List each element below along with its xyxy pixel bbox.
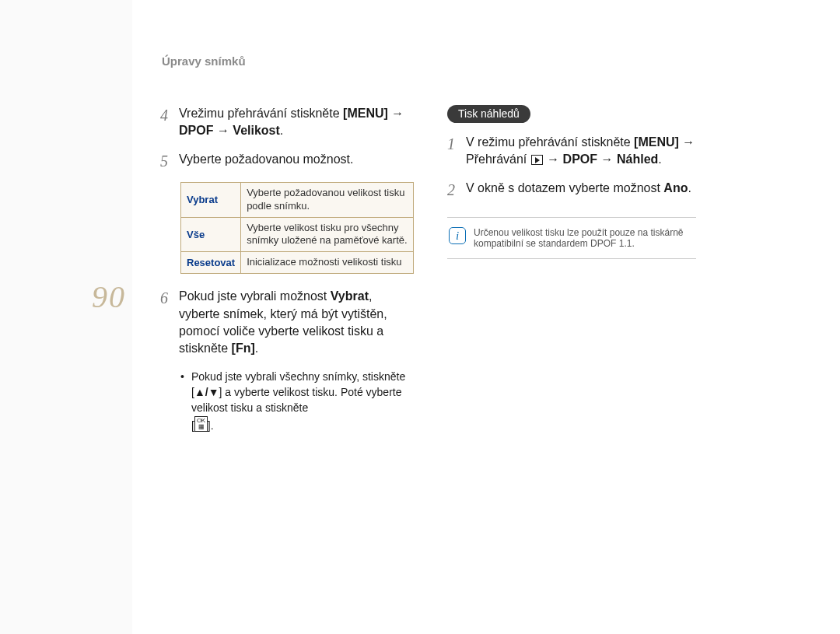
arrow: → bbox=[213, 124, 233, 137]
opt-desc: Inicializace možnosti velikosti tisku bbox=[241, 252, 414, 274]
bullet-block: • Pokud jste vybrali všechny snímky, sti… bbox=[180, 369, 409, 433]
step-body: Pokud jste vybrali možnost Vybrat, vyber… bbox=[179, 288, 409, 358]
dot: . bbox=[688, 181, 691, 194]
fn-key: [Fn] bbox=[232, 342, 255, 355]
vybrat-label: Vybrat bbox=[331, 289, 369, 303]
step-number: 4 bbox=[160, 105, 179, 140]
bullet-text: Pokud jste vybrali všechny snímky, stisk… bbox=[191, 369, 409, 433]
text: ]. bbox=[208, 419, 214, 432]
dot: . bbox=[280, 124, 283, 137]
step-number: 1 bbox=[447, 134, 466, 169]
step-body: V okně s dotazem vyberte možnost Ano. bbox=[466, 180, 696, 200]
info-icon: i bbox=[449, 227, 466, 244]
step-body: Vrežimu přehrávání stiskněte [MENU] → DP… bbox=[179, 105, 409, 140]
text: V okně s dotazem vyberte možnost bbox=[466, 181, 663, 194]
ano-label: Ano bbox=[663, 181, 688, 194]
table-row: Vše Vyberte velikost tisku pro všechny s… bbox=[181, 217, 414, 252]
opt-label: Resetovat bbox=[181, 252, 241, 274]
text: → bbox=[544, 152, 563, 166]
section-pill: Tisk náhledů bbox=[447, 105, 530, 123]
left-column: 4 Vrežimu přehrávání stiskněte [MENU] → … bbox=[160, 105, 409, 433]
table-row: Vybrat Vyberte požadovanou velikost tisk… bbox=[181, 182, 414, 217]
opt-desc: Vyberte požadovanou velikost tisku podle… bbox=[241, 182, 414, 217]
menu-key: [MENU] bbox=[343, 107, 388, 120]
table-row: Resetovat Inicializace možnosti velikost… bbox=[181, 252, 414, 274]
note-box: i Určenou velikost tisku lze použít pouz… bbox=[447, 217, 696, 259]
bullet-item: • Pokud jste vybrali všechny snímky, sti… bbox=[180, 369, 409, 433]
opt-desc: Vyberte velikost tisku pro všechny snímk… bbox=[241, 217, 414, 252]
page-header: Úpravy snímků bbox=[162, 54, 246, 68]
text: ] a vyberte velikost tisku. Poté vyberte… bbox=[191, 386, 402, 414]
ok-menu-icon: OK▦ bbox=[194, 416, 208, 432]
bullet-dot: • bbox=[180, 369, 191, 433]
page-sidebar: 90 bbox=[0, 0, 132, 634]
text: Pokud jste vybrali možnost bbox=[179, 289, 331, 303]
page-number: 90 bbox=[92, 278, 126, 315]
step-4: 4 Vrežimu přehrávání stiskněte [MENU] → … bbox=[160, 105, 409, 140]
updown-icon: ▲/▼ bbox=[194, 386, 219, 398]
text: Vrežimu přehrávání stiskněte bbox=[179, 107, 343, 120]
note-text: Určenou velikost tisku lze použít pouze … bbox=[474, 227, 695, 249]
step-6: 6 Pokud jste vybrali možnost Vybrat, vyb… bbox=[160, 288, 409, 358]
velikost-label: Velikost bbox=[233, 124, 279, 137]
dot: . bbox=[658, 152, 661, 166]
play-icon bbox=[531, 155, 543, 165]
step-number: 6 bbox=[160, 288, 179, 358]
menu-key: [MENU] bbox=[634, 135, 679, 149]
step-number: 5 bbox=[160, 151, 179, 171]
text: V režimu přehrávání stiskněte bbox=[466, 135, 634, 149]
opt-label: Vše bbox=[181, 217, 241, 252]
dpof-label: DPOF bbox=[563, 152, 597, 166]
right-column: Tisk náhledů 1 V režimu přehrávání stisk… bbox=[447, 105, 696, 259]
step-body: Vyberte požadovanou možnost. bbox=[179, 151, 409, 171]
step-2: 2 V okně s dotazem vyberte možnost Ano. bbox=[447, 180, 696, 200]
dot: . bbox=[255, 342, 258, 355]
opt-label: Vybrat bbox=[181, 182, 241, 217]
step-body: V režimu přehrávání stiskněte [MENU] → P… bbox=[466, 134, 696, 169]
step-number: 2 bbox=[447, 180, 466, 200]
step-1: 1 V režimu přehrávání stiskněte [MENU] →… bbox=[447, 134, 696, 169]
arrow: → bbox=[388, 107, 404, 120]
options-table: Vybrat Vyberte požadovanou velikost tisk… bbox=[180, 182, 414, 274]
nahled-label: Náhled bbox=[617, 152, 658, 166]
step-5: 5 Vyberte požadovanou možnost. bbox=[160, 151, 409, 171]
dpof-label: DPOF bbox=[179, 124, 213, 137]
text: → bbox=[597, 152, 617, 166]
